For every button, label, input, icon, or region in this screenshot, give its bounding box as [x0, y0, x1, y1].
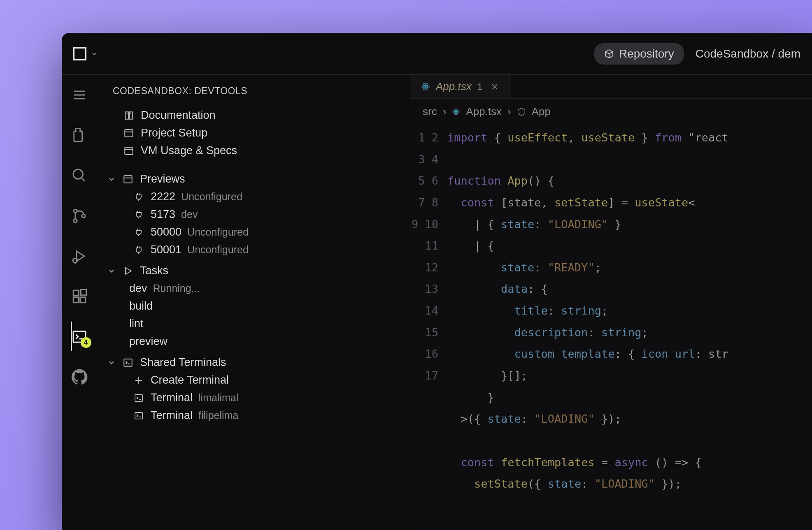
layout-icon: [122, 173, 134, 185]
terminal-icon: [133, 410, 145, 422]
chevron-down-icon: [107, 358, 116, 367]
run-debug-icon[interactable]: [71, 248, 88, 265]
terminal-name: Terminal: [151, 391, 193, 404]
app-menu[interactable]: [73, 47, 98, 60]
chevron-down-icon: [91, 50, 98, 58]
close-icon[interactable]: [491, 83, 499, 91]
plug-icon: [133, 208, 145, 221]
svg-rect-34: [135, 412, 142, 419]
port-status: Unconfigured: [187, 226, 249, 238]
explorer-icon[interactable]: [71, 127, 88, 144]
svg-rect-23: [125, 147, 133, 154]
link-project-setup[interactable]: Project Setup: [97, 124, 410, 142]
preview-port[interactable]: 5173 dev: [97, 206, 410, 223]
create-terminal[interactable]: Create Terminal: [97, 371, 410, 389]
symbol-icon: [517, 107, 526, 116]
svg-point-6: [73, 219, 77, 222]
link-vm-usage[interactable]: VM Usage & Specs: [97, 142, 410, 160]
section-tasks[interactable]: Tasks: [97, 262, 410, 280]
section-previews[interactable]: Previews: [97, 170, 410, 188]
activity-bar: 4: [62, 75, 97, 530]
section-label: Previews: [140, 173, 185, 185]
source-control-icon[interactable]: [71, 207, 88, 224]
line-number-gutter: 1 2 3 4 5 6 7 8 9 10 11 12 13 14 15 16 1…: [410, 127, 447, 530]
preview-port[interactable]: 50000 Unconfigured: [97, 223, 410, 241]
devtools-panel: CODESANDBOX: DEVTOOLS Documentation Proj…: [97, 75, 410, 530]
tab-filename: App.tsx: [436, 80, 472, 93]
svg-rect-14: [73, 297, 79, 303]
github-icon[interactable]: [71, 368, 88, 386]
menu-icon[interactable]: [71, 86, 88, 104]
breadcrumb-file: App.tsx: [466, 105, 502, 118]
play-icon: [122, 265, 134, 277]
codesandbox-devtools-icon[interactable]: 4: [71, 328, 88, 345]
tab-modified-indicator: 1: [477, 81, 482, 92]
book-icon: [123, 109, 135, 122]
port-status: Unconfigured: [187, 244, 249, 256]
svg-point-3: [73, 169, 83, 179]
notification-badge: 4: [81, 337, 91, 348]
svg-rect-21: [125, 130, 133, 137]
chevron-down-icon: [107, 175, 116, 184]
section-terminals[interactable]: Shared Terminals: [97, 354, 410, 371]
panel-title: CODESANDBOX: DEVTOOLS: [97, 86, 410, 106]
plug-icon: [133, 191, 145, 203]
task-name: build: [129, 300, 153, 312]
svg-marker-27: [126, 268, 131, 274]
package-icon: [604, 49, 614, 59]
port-number: 50000: [151, 226, 181, 238]
breadcrumb-symbol: App: [532, 105, 551, 118]
terminal-user: filipelima: [198, 410, 238, 421]
chevron-right-icon: ›: [443, 105, 447, 118]
link-documentation[interactable]: Documentation: [97, 106, 410, 124]
app-logo-icon: [73, 47, 86, 60]
terminal-row[interactable]: Terminal limalimal: [97, 389, 410, 407]
preview-port[interactable]: 50001 Unconfigured: [97, 241, 410, 259]
link-label: Documentation: [141, 109, 216, 122]
app-window: Repository CodeSandbox / dem: [62, 33, 812, 530]
layout-icon: [123, 127, 135, 139]
svg-line-4: [81, 178, 85, 181]
svg-rect-25: [124, 176, 132, 183]
task-row[interactable]: build: [97, 297, 410, 315]
section-label: Shared Terminals: [140, 356, 226, 369]
editor-tab[interactable]: App.tsx 1: [410, 75, 510, 98]
layout-icon: [123, 145, 135, 157]
chevron-down-icon: [107, 266, 116, 275]
task-row[interactable]: dev Running...: [97, 280, 410, 297]
svg-point-42: [456, 111, 457, 112]
svg-point-7: [81, 214, 85, 218]
task-name: preview: [129, 335, 168, 348]
repository-pill[interactable]: Repository: [594, 43, 684, 65]
svg-point-36: [425, 86, 426, 88]
port-status: Unconfigured: [181, 191, 242, 203]
link-label: VM Usage & Specs: [141, 144, 237, 157]
link-label: Project Setup: [141, 127, 207, 139]
editor-area: App.tsx 1 src › App.tsx › App: [410, 75, 812, 530]
chevron-right-icon: ›: [507, 105, 511, 118]
terminal-icon: [133, 392, 145, 404]
task-row[interactable]: preview: [97, 333, 410, 350]
code-content: import { useEffect, useState } from "rea…: [447, 127, 812, 530]
task-status: Running...: [153, 282, 200, 294]
editor-breadcrumbs[interactable]: src › App.tsx › App: [410, 99, 812, 125]
workspace-breadcrumb[interactable]: CodeSandbox / dem: [696, 47, 800, 60]
preview-port[interactable]: 2222 Unconfigured: [97, 188, 410, 206]
breadcrumb-folder: src: [423, 105, 437, 118]
extensions-icon[interactable]: [71, 288, 88, 305]
svg-rect-13: [73, 290, 79, 296]
svg-rect-32: [135, 395, 142, 401]
terminal-icon: [122, 356, 134, 369]
terminal-user: limalimal: [198, 392, 238, 404]
plug-icon: [133, 226, 145, 238]
task-row[interactable]: lint: [97, 315, 410, 333]
title-bar: Repository CodeSandbox / dem: [62, 33, 812, 75]
terminal-row[interactable]: Terminal filipelima: [97, 407, 410, 424]
svg-rect-28: [124, 359, 132, 366]
svg-point-5: [73, 209, 77, 213]
code-editor[interactable]: 1 2 3 4 5 6 7 8 9 10 11 12 13 14 15 16 1…: [410, 125, 812, 530]
plug-icon: [133, 244, 145, 256]
search-icon[interactable]: [71, 167, 88, 184]
repository-label: Repository: [619, 47, 674, 60]
port-number: 2222: [151, 190, 175, 203]
